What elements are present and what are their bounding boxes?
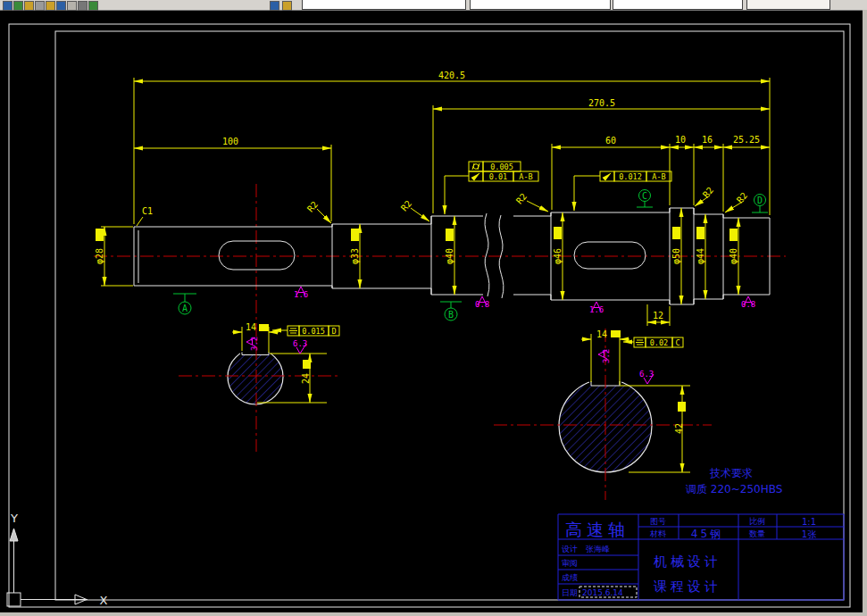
datum-b-label: B (448, 310, 454, 320)
section-b-height: 42 (674, 423, 684, 434)
runout-icon (604, 173, 611, 179)
roughness-value: 1.6 (589, 305, 604, 314)
tolerance-highlight (303, 360, 311, 369)
callouts: C1 R2 R2 R2 R2 R2 (137, 185, 749, 226)
datum-d-label: D (757, 196, 763, 205)
part-name: 高速轴 (565, 520, 629, 539)
scale-label: 比例 (749, 517, 765, 526)
toolbar-icon[interactable] (88, 1, 98, 11)
break-line (485, 213, 489, 296)
checker-label: 审阅 (562, 559, 578, 568)
course-line1: 机械设计 (654, 554, 721, 570)
roughness-value: 0.8 (475, 300, 489, 309)
toolbar-icon[interactable] (56, 1, 66, 11)
y-axis-arrow (10, 529, 18, 541)
dim-gear-len: 60 (605, 136, 616, 146)
dim-right-span: 270.5 (588, 98, 615, 108)
gdt-cylindricity-value: 0.005 (490, 162, 513, 171)
linear-dimensions: 420.5 270.5 100 60 10 16 25.25 12 (134, 71, 770, 326)
qty-value: 1张 (802, 529, 816, 539)
gdt-runout2-value: 0.012 (619, 172, 642, 181)
dim-bearing-len: 16 (702, 135, 713, 145)
fillet-label: R2 (735, 190, 749, 204)
material-label: 材料 (649, 529, 666, 538)
grade-label: 成绩 (562, 573, 578, 582)
tolerance-highlight (96, 229, 104, 241)
dim-dia-50: φ50 (671, 248, 681, 264)
material-value: 45钢 (691, 528, 723, 540)
runout-icon (472, 173, 479, 179)
dim-dia-33: φ33 (350, 248, 360, 264)
layer-state-icon[interactable] (282, 1, 292, 11)
drawing-canvas[interactable]: 420.5 270.5 100 60 10 16 25.25 12 φ28 φ3… (0, 0, 867, 616)
ucs-icon: Y X (7, 512, 108, 607)
section-a-height: 24 (301, 373, 311, 384)
toolbar-icon[interactable] (3, 1, 13, 11)
scale-value: 1:1 (802, 517, 816, 527)
dim-dia-40a: φ40 (445, 248, 454, 264)
tolerance-highlight (696, 227, 704, 239)
tolerance-highlight (678, 402, 686, 412)
roughness-value: 0.8 (741, 300, 755, 309)
tech-requirements: 技术要求 调质 220~250HBS (685, 467, 782, 495)
gdt-runout1-value: 0.01 (489, 172, 507, 181)
title-block: 高速轴 图号 材料 45钢 比例 1:1 数量 1张 设计 张海峰 审阅 成绩 … (558, 514, 844, 600)
cad-window: 420.5 270.5 100 60 10 16 25.25 12 φ28 φ3… (0, 0, 867, 616)
dim-dia-46: φ46 (553, 248, 563, 264)
layer-icon[interactable] (270, 1, 279, 11)
gdt-sym1-datum: D (331, 327, 336, 336)
toolbar-icon[interactable] (67, 1, 77, 11)
gdt-sym2-datum: C (675, 338, 679, 347)
fillet-label: R2 (305, 199, 320, 213)
tolerance-highlight (611, 330, 621, 337)
tolerance-highlight (351, 229, 359, 241)
datum-a-label: A (182, 304, 188, 313)
datum-c-label: C (642, 191, 647, 201)
window-right-edge (863, 10, 867, 616)
gdt-runout1-datum: A-B (519, 172, 532, 181)
layer-combo[interactable] (302, 0, 466, 10)
tech-req-title: 技术要求 (709, 467, 753, 479)
tolerance-highlight (259, 324, 269, 331)
toolbar (0, 0, 867, 11)
gdt-sym2-value: 0.02 (650, 338, 668, 347)
date-label: 日期 (562, 588, 578, 597)
fillet-label: R2 (514, 191, 529, 205)
qty-label: 数量 (749, 529, 765, 538)
symmetry-icon (636, 340, 644, 345)
toolbar-icon[interactable] (78, 1, 88, 11)
gdt-sym1-value: 0.015 (302, 327, 325, 336)
gdt-runout2-datum: A-B (652, 172, 665, 181)
section-a-rough-side: 3.2 (250, 337, 259, 351)
dim-dia-40b: φ40 (729, 248, 738, 264)
dim-overall: 420.5 (438, 71, 465, 80)
color-combo[interactable] (470, 0, 611, 10)
toolbar-icon[interactable] (35, 1, 45, 11)
linetype-combo[interactable] (613, 0, 743, 10)
dim-dia-44: φ44 (696, 248, 705, 264)
section-b-key-width: 14 (596, 329, 607, 339)
dim-left-len: 100 (222, 137, 238, 146)
roughness-icon: 3.2 (598, 349, 611, 363)
window-bottom-edge (0, 612, 867, 616)
dim-dia-28: φ28 (95, 248, 104, 264)
sheet-border (9, 24, 850, 607)
designer-label: 设计 (562, 545, 578, 554)
drawing-no-label: 图号 (650, 517, 666, 526)
dim-end-len: 25.25 (733, 135, 760, 145)
toolbar-icon[interactable] (13, 1, 23, 11)
tolerance-highlight (554, 227, 562, 239)
toolbar-icon[interactable] (24, 1, 34, 11)
date-value: 2015.6.14 (582, 588, 623, 597)
section-a-rough-bottom: 6.3 (293, 339, 307, 348)
dim-key-offset: 12 (653, 311, 663, 320)
roughness-value: 1.6 (294, 290, 308, 299)
keyway-slot-right (574, 242, 646, 269)
designer-value: 张海峰 (586, 545, 610, 554)
tolerance-highlight (672, 227, 680, 239)
symmetry-icon (289, 329, 297, 333)
chamfer-label: C1 (142, 206, 153, 216)
toolbar-icon[interactable] (46, 1, 55, 11)
roughness-marks: 1.6 0.8 1.6 0.8 (294, 287, 755, 314)
lineweight-combo[interactable] (746, 0, 830, 10)
